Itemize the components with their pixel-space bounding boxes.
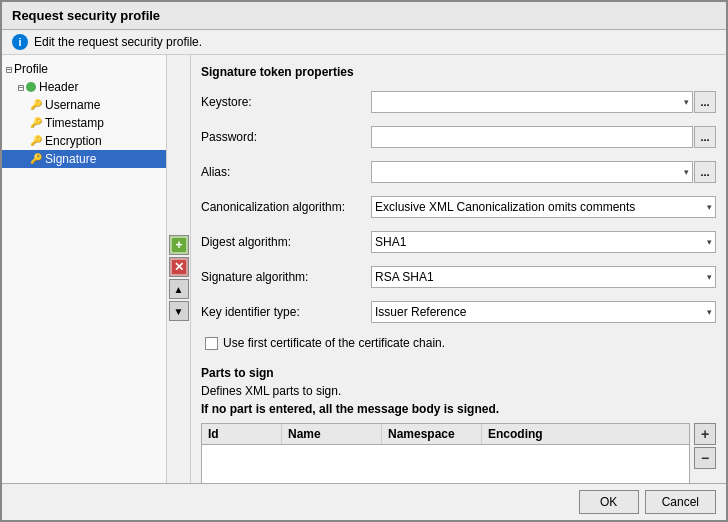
remove-profile-button[interactable]: ✕ [169, 257, 189, 277]
sig-alg-value: RSA SHA1 [375, 270, 434, 284]
canon-alg-row: Canonicalization algorithm: Exclusive XM… [201, 196, 716, 218]
sig-alg-row: Signature algorithm: RSA SHA1 ▾ [201, 266, 716, 288]
footer: OK Cancel [2, 483, 726, 520]
right-panel: Signature token properties Keystore: ▾ .… [191, 55, 726, 483]
tree-item-header[interactable]: ⊟ Header [2, 78, 166, 96]
tree-item-signature[interactable]: 🔑 Signature [2, 150, 166, 168]
alias-dropdown-arrow: ▾ [684, 167, 689, 177]
tree-label-timestamp: Timestamp [45, 116, 104, 130]
keystore-dropdown-arrow: ▾ [684, 97, 689, 107]
checkbox-row: Use first certificate of the certificate… [205, 336, 716, 350]
tree-item-username[interactable]: 🔑 Username [2, 96, 166, 114]
parts-title: Parts to sign [201, 366, 716, 380]
digest-alg-row: Digest algorithm: SHA1 ▾ [201, 231, 716, 253]
key-icon-signature: 🔑 [30, 153, 42, 165]
canon-alg-label: Canonicalization algorithm: [201, 200, 371, 214]
key-id-label: Key identifier type: [201, 305, 371, 319]
ok-button[interactable]: OK [579, 490, 639, 514]
green-add-icon: + [172, 238, 186, 252]
key-icon-encryption: 🔑 [30, 135, 42, 147]
tree-label-profile: Profile [14, 62, 48, 76]
alias-browse-button[interactable]: ... [694, 161, 716, 183]
key-id-input-group: Issuer Reference ▾ [371, 301, 716, 323]
keystore-row: Keystore: ▾ ... [201, 91, 716, 113]
cancel-button[interactable]: Cancel [645, 490, 716, 514]
svg-text:+: + [175, 238, 182, 252]
password-input[interactable] [371, 126, 693, 148]
alias-select[interactable]: ▾ [371, 161, 693, 183]
canon-alg-select[interactable]: Exclusive XML Canonicalization omits com… [371, 196, 716, 218]
sig-alg-label: Signature algorithm: [201, 270, 371, 284]
alias-input-group: ▾ ... [371, 161, 716, 183]
move-up-button[interactable]: ▲ [169, 279, 189, 299]
key-id-arrow: ▾ [707, 307, 712, 317]
remove-part-button[interactable]: − [694, 447, 716, 469]
password-browse-button[interactable]: ... [694, 126, 716, 148]
password-input-group: ... [371, 126, 716, 148]
key-id-select[interactable]: Issuer Reference ▾ [371, 301, 716, 323]
add-profile-button[interactable]: + [169, 235, 189, 255]
alias-label: Alias: [201, 165, 371, 179]
sig-alg-input-group: RSA SHA1 ▾ [371, 266, 716, 288]
digest-alg-select[interactable]: SHA1 ▾ [371, 231, 716, 253]
dialog-window: Request security profile i Edit the requ… [0, 0, 728, 522]
main-content: ⊟ Profile ⊟ Header 🔑 Username 🔑 Timestam… [2, 55, 726, 483]
use-first-cert-checkbox[interactable] [205, 337, 218, 350]
table-header: Id Name Namespace Encoding [202, 424, 689, 445]
alias-row: Alias: ▾ ... [201, 161, 716, 183]
checkbox-label: Use first certificate of the certificate… [223, 336, 445, 350]
parts-table-area: Id Name Namespace Encoding + − [201, 423, 716, 483]
sig-alg-arrow: ▾ [707, 272, 712, 282]
keystore-select[interactable]: ▾ [371, 91, 693, 113]
parts-desc-line1: Defines XML parts to sign. [201, 384, 341, 398]
key-id-row: Key identifier type: Issuer Reference ▾ [201, 301, 716, 323]
key-icon-timestamp: 🔑 [30, 117, 42, 129]
canon-alg-arrow: ▾ [707, 202, 712, 212]
canon-alg-value: Exclusive XML Canonicalization omits com… [375, 200, 635, 214]
sidebar-tree: ⊟ Profile ⊟ Header 🔑 Username 🔑 Timestam… [2, 55, 167, 483]
svg-text:✕: ✕ [174, 260, 184, 274]
sig-alg-select[interactable]: RSA SHA1 ▾ [371, 266, 716, 288]
move-down-button[interactable]: ▼ [169, 301, 189, 321]
key-id-value: Issuer Reference [375, 305, 466, 319]
col-header-id: Id [202, 424, 282, 444]
tree-label-username: Username [45, 98, 100, 112]
table-buttons: + − [694, 423, 716, 483]
col-header-namespace: Namespace [382, 424, 482, 444]
tree-item-profile[interactable]: ⊟ Profile [2, 60, 166, 78]
dialog-title: Request security profile [12, 8, 160, 23]
info-text: Edit the request security profile. [34, 35, 202, 49]
keystore-browse-button[interactable]: ... [694, 91, 716, 113]
tree-item-timestamp[interactable]: 🔑 Timestamp [2, 114, 166, 132]
red-remove-icon: ✕ [172, 260, 186, 274]
keystore-label: Keystore: [201, 95, 371, 109]
digest-alg-arrow: ▾ [707, 237, 712, 247]
parts-description: Defines XML parts to sign. If no part is… [201, 382, 716, 418]
keystore-input-group: ▾ ... [371, 91, 716, 113]
tree-label-header: Header [39, 80, 78, 94]
key-icon-username: 🔑 [30, 99, 42, 111]
tree-item-encryption[interactable]: 🔑 Encryption [2, 132, 166, 150]
digest-alg-input-group: SHA1 ▾ [371, 231, 716, 253]
col-header-name: Name [282, 424, 382, 444]
digest-alg-label: Digest algorithm: [201, 235, 371, 249]
title-bar: Request security profile [2, 2, 726, 30]
section-title: Signature token properties [201, 65, 716, 79]
parts-section: Parts to sign Defines XML parts to sign.… [201, 366, 716, 483]
tree-label-signature: Signature [45, 152, 96, 166]
table-body [202, 445, 689, 483]
password-label: Password: [201, 130, 371, 144]
digest-alg-value: SHA1 [375, 235, 406, 249]
info-icon: i [12, 34, 28, 50]
tree-label-encryption: Encryption [45, 134, 102, 148]
canon-alg-input-group: Exclusive XML Canonicalization omits com… [371, 196, 716, 218]
header-status-dot [26, 82, 36, 92]
col-header-encoding: Encoding [482, 424, 689, 444]
password-row: Password: ... [201, 126, 716, 148]
expand-icon-header: ⊟ [18, 82, 24, 93]
parts-desc-line2: If no part is entered, all the message b… [201, 402, 499, 416]
middle-panel: + ✕ ▲ ▼ [167, 55, 191, 483]
add-part-button[interactable]: + [694, 423, 716, 445]
collapse-icon: ⊟ [6, 64, 12, 75]
parts-table: Id Name Namespace Encoding [201, 423, 690, 483]
